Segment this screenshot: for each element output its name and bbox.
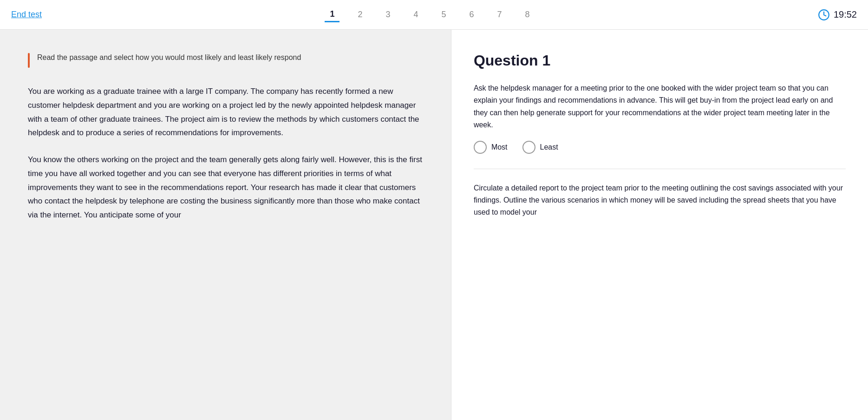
answer-option-a-text: Ask the helpdesk manager for a meeting p… xyxy=(474,82,846,131)
nav-num-5[interactable]: 5 xyxy=(436,7,451,22)
radio-group-a: Most Least xyxy=(474,141,846,154)
nav-num-1[interactable]: 1 xyxy=(325,7,339,22)
question-navigation: 1 2 3 4 5 6 7 8 xyxy=(325,7,535,22)
instruction-bar: Read the passage and select how you woul… xyxy=(28,52,423,68)
least-text-a: Least xyxy=(540,143,558,151)
most-label-a[interactable]: Most xyxy=(474,141,508,154)
nav-num-6[interactable]: 6 xyxy=(464,7,479,22)
nav-num-3[interactable]: 3 xyxy=(380,7,395,22)
question-panel: Question 1 Ask the helpdesk manager for … xyxy=(451,30,868,420)
passage-paragraph-2: You know the others working on the proje… xyxy=(28,153,423,222)
answer-option-a: Ask the helpdesk manager for a meeting p… xyxy=(474,82,846,154)
option-divider xyxy=(474,169,846,169)
passage-panel: Read the passage and select how you woul… xyxy=(0,30,451,420)
timer-value: 19:52 xyxy=(834,9,857,20)
red-bar-accent xyxy=(28,53,30,68)
main-container: Read the passage and select how you woul… xyxy=(0,30,868,420)
instruction-text: Read the passage and select how you woul… xyxy=(37,52,301,63)
nav-num-2[interactable]: 2 xyxy=(352,7,367,22)
nav-num-4[interactable]: 4 xyxy=(408,7,423,22)
passage-text: You are working as a graduate trainee wi… xyxy=(28,85,423,222)
passage-paragraph-1: You are working as a graduate trainee wi… xyxy=(28,85,423,140)
end-test-button[interactable]: End test xyxy=(11,10,42,20)
timer-display: 19:52 xyxy=(818,9,857,21)
answer-option-b-text: Circulate a detailed report to the proje… xyxy=(474,182,846,219)
answer-option-b: Circulate a detailed report to the proje… xyxy=(474,182,846,219)
nav-num-7[interactable]: 7 xyxy=(492,7,507,22)
header: End test 1 2 3 4 5 6 7 8 19:52 xyxy=(0,0,868,30)
least-label-a[interactable]: Least xyxy=(522,141,558,154)
question-title: Question 1 xyxy=(474,52,846,69)
nav-num-8[interactable]: 8 xyxy=(520,7,535,22)
least-radio-a[interactable] xyxy=(522,141,535,154)
most-radio-a[interactable] xyxy=(474,141,487,154)
clock-icon xyxy=(818,9,830,21)
most-text-a: Most xyxy=(491,143,508,151)
